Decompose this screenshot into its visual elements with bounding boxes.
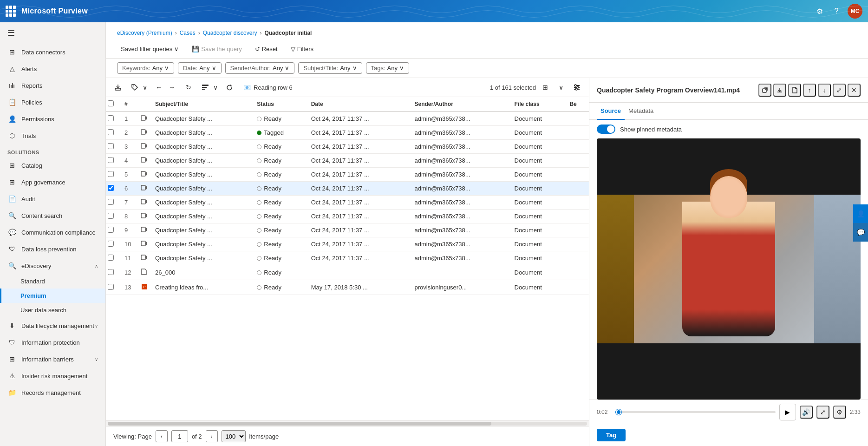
table-row[interactable]: 6Quadcopter Safety ...ReadyOct 24, 2017 … bbox=[106, 182, 589, 196]
row-checkbox[interactable] bbox=[108, 227, 114, 233]
sidebar-item-content-search[interactable]: 🔍 Content search bbox=[0, 207, 105, 224]
help-icon[interactable]: ? bbox=[829, 4, 844, 19]
tags-filter[interactable]: Tags: Any ∨ bbox=[366, 62, 409, 74]
scrollbar-thumb[interactable] bbox=[108, 422, 491, 426]
previous-button[interactable]: ← bbox=[152, 81, 165, 94]
table-row[interactable]: 3Quadcopter Safety ...ReadyOct 24, 2017 … bbox=[106, 140, 589, 154]
column-settings-button[interactable] bbox=[570, 81, 583, 94]
sender-author-filter[interactable]: Sender/Author: Any ∨ bbox=[225, 62, 295, 74]
table-row[interactable]: 1Quadcopter Safety ...ReadyOct 24, 2017 … bbox=[106, 112, 589, 126]
row-checkbox[interactable] bbox=[108, 269, 114, 275]
pinned-metadata-toggle[interactable] bbox=[597, 125, 615, 134]
sidebar-item-user-data-search[interactable]: User data search bbox=[0, 303, 105, 317]
export-button[interactable] bbox=[111, 81, 124, 94]
settings-icon[interactable]: ⚙ bbox=[812, 4, 827, 19]
items-per-page-select[interactable]: 100 50 25 bbox=[222, 430, 246, 442]
view-toggle-button[interactable]: ⊞ bbox=[539, 81, 552, 94]
row-checkbox[interactable] bbox=[108, 284, 114, 290]
sidebar-hamburger[interactable]: ☰ bbox=[0, 22, 105, 44]
group-button[interactable] bbox=[199, 81, 212, 94]
horizontal-scroll[interactable] bbox=[106, 420, 589, 426]
row-checkbox[interactable] bbox=[108, 255, 114, 261]
user-avatar[interactable]: MC bbox=[848, 4, 862, 19]
row-checkbox[interactable] bbox=[108, 143, 114, 149]
subject-title-filter[interactable]: Subject/Title: Any ∨ bbox=[298, 62, 362, 74]
tab-metadata[interactable]: Metadata bbox=[625, 103, 657, 120]
breadcrumb-item-quadcopter-discovery[interactable]: Quadcopter discovery bbox=[203, 30, 257, 36]
video-progress-bar[interactable] bbox=[615, 411, 776, 413]
sidebar-item-alerts[interactable]: △ Alerts bbox=[0, 60, 105, 77]
view-toggle-chevron[interactable]: ∨ bbox=[555, 81, 568, 94]
preview-file-button[interactable] bbox=[788, 84, 801, 97]
preview-close-button[interactable]: ✕ bbox=[848, 84, 861, 97]
preview-next-button[interactable]: ↓ bbox=[818, 84, 831, 97]
group-dropdown[interactable]: ∨ bbox=[212, 81, 219, 94]
table-row[interactable]: 4Quadcopter Safety ...ReadyOct 24, 2017 … bbox=[106, 154, 589, 168]
sidebar-item-communication-compliance[interactable]: 💬 Communication compliance bbox=[0, 224, 105, 241]
page-number-input[interactable] bbox=[171, 430, 188, 442]
sidebar-item-records-management[interactable]: 📁 Records management bbox=[0, 384, 105, 401]
header-sender-author[interactable]: Sender/Author bbox=[411, 97, 510, 112]
header-status[interactable]: Status bbox=[253, 97, 307, 112]
table-row[interactable]: 2Quadcopter Safety ...TaggedOct 24, 2017… bbox=[106, 126, 589, 140]
keywords-filter[interactable]: Keywords: Any ∨ bbox=[117, 62, 174, 74]
row-checkbox[interactable] bbox=[108, 213, 114, 219]
scrollbar-track[interactable] bbox=[108, 422, 587, 426]
header-date[interactable]: Date bbox=[307, 97, 411, 112]
preview-open-button[interactable] bbox=[758, 84, 771, 97]
tag-action-button[interactable] bbox=[128, 81, 141, 94]
table-row[interactable]: 9Quadcopter Safety ...ReadyOct 24, 2017 … bbox=[106, 223, 589, 237]
row-checkbox[interactable] bbox=[108, 241, 114, 247]
volume-button[interactable]: 🔊 bbox=[800, 406, 813, 419]
row-checkbox[interactable] bbox=[108, 129, 114, 135]
breadcrumb-item-cases[interactable]: Cases bbox=[180, 30, 196, 36]
prev-page-button[interactable]: ‹ bbox=[156, 430, 168, 442]
sidebar-item-standard[interactable]: Standard bbox=[0, 274, 105, 289]
reset-button[interactable]: ↺ Reset bbox=[251, 44, 281, 54]
tag-dropdown-button[interactable]: ∨ bbox=[141, 81, 149, 94]
select-all-checkbox[interactable] bbox=[108, 100, 114, 106]
play-button[interactable]: ▶ bbox=[779, 404, 796, 420]
table-row[interactable]: 10Quadcopter Safety ...ReadyOct 24, 2017… bbox=[106, 237, 589, 251]
sidebar-item-app-governance[interactable]: ⊞ App governance bbox=[0, 174, 105, 190]
header-file-class[interactable]: File class bbox=[511, 97, 566, 112]
sidebar-item-reports[interactable]: Reports bbox=[0, 77, 105, 94]
waffle-menu[interactable] bbox=[6, 6, 17, 17]
sidebar-item-policies[interactable]: 📋 Policies bbox=[0, 94, 105, 111]
save-query-button[interactable]: 💾 Save the query bbox=[188, 44, 245, 54]
settings-video-button[interactable]: ⚙ bbox=[833, 406, 846, 419]
table-row[interactable]: 8Quadcopter Safety ...ReadyOct 24, 2017 … bbox=[106, 210, 589, 223]
tab-source[interactable]: Source bbox=[597, 103, 625, 120]
reload-button[interactable] bbox=[223, 81, 236, 94]
sidebar-item-data-loss-prevention[interactable]: 🛡 Data loss prevention bbox=[0, 241, 105, 257]
sidebar-item-catalog[interactable]: ⊞ Catalog bbox=[0, 157, 105, 174]
row-checkbox[interactable] bbox=[108, 171, 114, 177]
preview-download-button[interactable] bbox=[773, 84, 786, 97]
tag-button[interactable]: Tag bbox=[597, 429, 626, 441]
row-checkbox[interactable] bbox=[108, 157, 114, 163]
sidebar-item-insider-risk[interactable]: ⚠ Insider risk management bbox=[0, 367, 105, 384]
sidebar-item-information-protection[interactable]: 🛡 Information protection bbox=[0, 334, 105, 351]
table-row[interactable]: 5Quadcopter Safety ...ReadyOct 24, 2017 … bbox=[106, 168, 589, 182]
table-row[interactable]: 13PCreating Ideas fro...ReadyMay 17, 201… bbox=[106, 280, 589, 295]
filters-button[interactable]: ▽ Filters bbox=[287, 44, 317, 54]
table-row[interactable]: 11Quadcopter Safety ...ReadyOct 24, 2017… bbox=[106, 251, 589, 265]
table-row[interactable]: 1226_000ReadyDocument bbox=[106, 265, 589, 280]
next-button[interactable]: → bbox=[165, 81, 178, 94]
sidebar-item-trials[interactable]: ⬡ Trials bbox=[0, 127, 105, 144]
preview-expand-button[interactable]: ⤢ bbox=[833, 84, 846, 97]
next-page-button[interactable]: › bbox=[206, 430, 218, 442]
sidebar-item-ediscovery[interactable]: 🔍 eDiscovery ∧ bbox=[0, 257, 105, 274]
row-checkbox[interactable] bbox=[108, 185, 114, 191]
breadcrumb-item-ediscovery[interactable]: eDiscovery (Premium) bbox=[117, 30, 172, 36]
sidebar-item-premium[interactable]: Premium bbox=[0, 289, 105, 303]
row-checkbox[interactable] bbox=[108, 115, 114, 121]
date-filter[interactable]: Date: Any ∨ bbox=[178, 62, 221, 74]
header-subject-title[interactable]: Subject/Title bbox=[151, 97, 253, 112]
row-checkbox[interactable] bbox=[108, 199, 114, 205]
sidebar-item-information-barriers[interactable]: ⊞ Information barriers ∨ bbox=[0, 351, 105, 367]
preview-prev-button[interactable]: ↑ bbox=[803, 84, 816, 97]
fullscreen-button[interactable]: ⤢ bbox=[816, 406, 829, 419]
side-icon-bottom[interactable]: 💬 bbox=[853, 223, 868, 242]
side-icon-top[interactable]: 👤 bbox=[853, 204, 868, 223]
